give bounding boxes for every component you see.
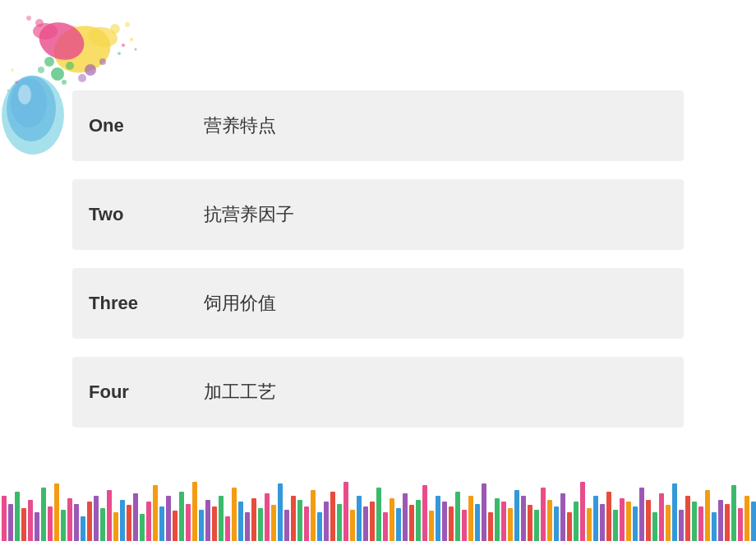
bar-item [317,512,322,541]
bar-item [159,506,164,541]
bar-item [41,488,46,541]
bar-item [679,510,684,541]
bar-item [265,493,270,541]
bar-item [330,492,335,541]
bar-item [672,483,677,541]
svg-point-24 [135,49,137,51]
bar-item [390,498,394,541]
bar-item [718,500,723,541]
menu-label-two: Two [89,204,171,225]
menu-item-two[interactable]: Two 抗营养因子 [72,179,684,250]
bar-item [666,505,671,541]
bar-item [620,498,625,541]
bar-item [8,504,13,541]
bar-item [225,516,230,541]
bar-item [48,506,53,541]
main-menu: One 营养特点 Two 抗营养因子 Three 饲用价值 Four 加工工艺 [72,90,684,446]
bar-item [567,512,572,541]
bar-item [501,502,506,541]
svg-point-23 [118,52,121,55]
bar-item [652,512,657,541]
bar-item [554,506,559,541]
bar-item [436,496,440,541]
bar-item [113,512,118,541]
svg-point-15 [44,57,54,67]
bar-item [705,490,710,541]
menu-item-three[interactable]: Three 饲用价值 [72,268,684,339]
bar-item [271,505,276,541]
menu-title-one: 营养特点 [204,113,276,138]
menu-label-one: One [89,115,171,136]
menu-label-four: Four [89,381,171,403]
svg-point-13 [51,67,64,81]
bar-item [738,508,743,541]
bar-item [28,500,33,541]
menu-title-three: 饲用价值 [204,291,276,316]
bar-item [297,500,302,541]
svg-point-7 [35,19,44,27]
bar-item [87,502,92,541]
bar-item [574,502,579,541]
svg-point-11 [11,78,47,127]
svg-point-5 [34,16,90,66]
bar-item [127,505,131,541]
svg-point-0 [48,20,116,79]
bar-item [120,500,125,541]
bar-item [192,482,197,541]
bar-item [455,492,460,541]
svg-point-18 [85,64,96,76]
bar-item [416,500,421,541]
bar-item [94,496,99,541]
bar-item [528,505,532,541]
menu-title-four: 加工工艺 [204,380,276,405]
bar-item [2,496,7,541]
bar-item [205,500,210,541]
bar-item [462,510,467,541]
bar-item [495,498,500,541]
bar-item [133,493,138,541]
bar-item [232,488,237,541]
bar-item [409,505,414,541]
menu-item-four[interactable]: Four 加工工艺 [72,357,684,428]
bar-item [21,508,26,541]
menu-title-two: 抗营养因子 [204,202,294,227]
bar-item [580,482,585,541]
svg-point-3 [125,22,130,27]
bar-item [61,510,66,541]
bar-item [363,506,368,541]
bar-item [396,508,401,541]
menu-item-one[interactable]: One 营养特点 [72,90,684,161]
bar-item [376,488,381,541]
svg-point-22 [130,38,133,41]
bar-item [54,483,59,541]
bar-item [337,504,342,541]
bar-item [179,492,184,541]
svg-point-2 [110,24,120,34]
bar-item [107,490,112,541]
bar-item [81,516,85,541]
bar-item [514,490,519,541]
bar-item [639,488,644,541]
bar-item [547,500,552,541]
bar-item [383,512,388,541]
bar-item [173,511,177,541]
bar-item [35,512,39,541]
bar-item [245,512,250,541]
bar-item [482,483,486,541]
bar-item [534,510,539,541]
svg-point-1 [86,25,119,49]
menu-label-three: Three [89,293,171,314]
bar-item [646,500,651,541]
bar-item [67,498,72,541]
bar-chart [0,475,756,541]
bar-item [449,506,454,541]
bar-item [74,504,79,541]
bar-item [343,482,348,541]
svg-point-14 [66,62,74,70]
bar-item [100,508,105,541]
svg-point-6 [33,23,58,39]
svg-point-21 [122,44,125,47]
bar-item [324,502,329,541]
bar-item [186,504,191,541]
bar-item [468,496,473,541]
